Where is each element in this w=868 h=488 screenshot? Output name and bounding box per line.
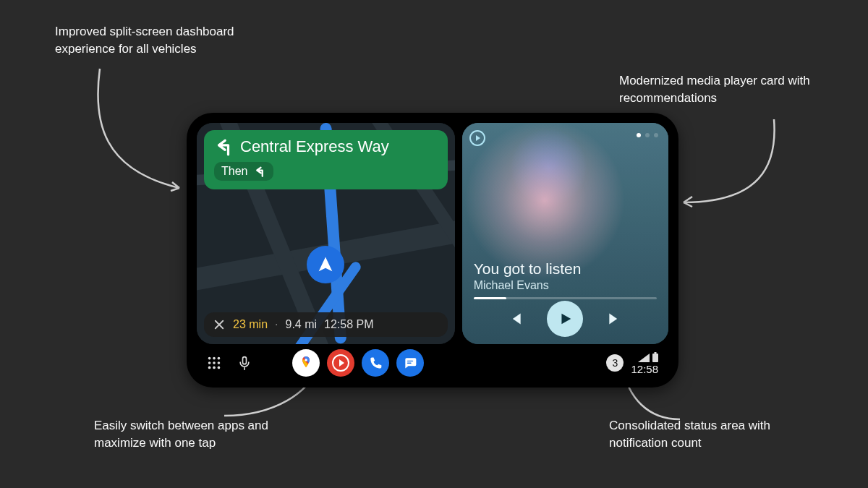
direction-text: Central Express Way (240, 137, 389, 156)
callout-app-switch: Easily switch between apps and maximize … (94, 417, 297, 452)
media-player-panel[interactable]: You got to listen Michael Evans (462, 123, 668, 344)
media-controls (462, 301, 668, 337)
page-dot[interactable] (654, 133, 658, 137)
close-icon[interactable] (213, 318, 226, 331)
eta-distance: 9.4 mi (285, 318, 317, 331)
track-artist: Michael Evans (474, 279, 657, 292)
play-button[interactable] (547, 301, 583, 337)
eta-minutes: 23 min (233, 318, 268, 331)
svg-point-5 (213, 361, 216, 364)
svg-point-2 (213, 357, 216, 360)
arrow-icon (665, 116, 781, 239)
then-chip: Then (214, 162, 273, 181)
page-dot[interactable] (637, 133, 641, 137)
then-label: Then (221, 165, 247, 178)
callout-media-player: Modernized media player card with recomm… (619, 72, 822, 107)
app-icon-messages[interactable] (396, 349, 424, 377)
navigation-heading-marker (307, 246, 344, 283)
battery-icon (652, 352, 658, 362)
app-dock (292, 349, 424, 377)
svg-point-9 (218, 367, 221, 369)
svg-rect-12 (407, 361, 413, 361)
signal-icon (638, 354, 650, 362)
media-source-icon[interactable] (469, 130, 485, 146)
progress-bar[interactable] (474, 297, 657, 299)
svg-point-6 (218, 361, 221, 364)
turn-left-icon (214, 137, 233, 156)
pagination-dots[interactable] (637, 133, 658, 137)
track-title: You got to listen (474, 260, 657, 278)
separator-dot: · (275, 318, 278, 331)
app-icon-phone[interactable] (362, 349, 389, 377)
notification-count-badge[interactable]: 3 (606, 354, 624, 372)
voice-assistant-icon[interactable] (236, 354, 253, 372)
android-auto-head-unit: Central Express Way Then 23 min · (187, 113, 678, 388)
svg-rect-13 (407, 363, 412, 364)
eta-bar[interactable]: 23 min · 9.4 mi 12:58 PM (204, 312, 448, 337)
svg-point-4 (208, 361, 211, 364)
app-icon-maps[interactable] (292, 349, 320, 377)
eta-arrival: 12:58 PM (324, 318, 373, 331)
navigation-bar: 3 12:58 (197, 344, 668, 382)
previous-track-button[interactable] (505, 309, 524, 328)
svg-point-11 (305, 359, 307, 361)
clock: 12:58 (631, 364, 658, 374)
svg-point-7 (208, 367, 211, 369)
app-launcher-icon[interactable] (205, 354, 223, 372)
app-icon-youtube-music[interactable] (327, 349, 354, 377)
svg-rect-14 (652, 354, 658, 362)
page-dot[interactable] (645, 133, 650, 137)
callout-status-area: Consolidated status area with notificati… (609, 417, 812, 452)
svg-point-8 (213, 367, 216, 369)
progress-fill (474, 297, 507, 299)
svg-rect-15 (655, 352, 657, 354)
turn-left-icon (253, 165, 266, 178)
callout-split-screen: Improved split-screen dashboard experien… (55, 23, 258, 58)
svg-point-1 (208, 357, 211, 360)
svg-point-3 (218, 357, 221, 360)
navigation-panel[interactable]: Central Express Way Then 23 min · (197, 123, 455, 344)
next-track-button[interactable] (606, 309, 625, 328)
direction-banner[interactable]: Central Express Way Then (204, 130, 448, 189)
